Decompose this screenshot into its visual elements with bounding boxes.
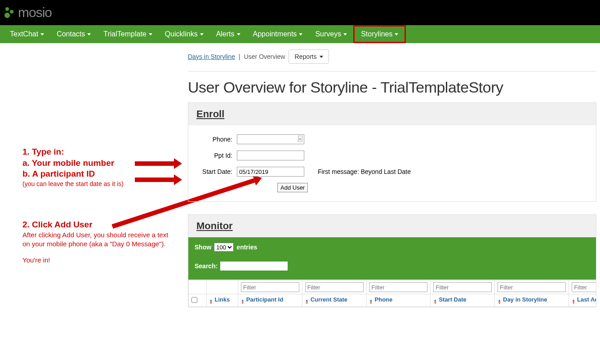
monitor-panel: Monitor Show 100 entries Search:: [188, 214, 596, 307]
nav-label: Alerts: [216, 30, 235, 38]
annotation-arrow-icon: [135, 158, 182, 169]
filter-input-last-activity[interactable]: [572, 282, 596, 292]
header-participant-id[interactable]: ▲▼Participant Id: [238, 294, 302, 307]
ppt-id-label: Ppt Id:: [196, 152, 232, 159]
header-day-in-storyline[interactable]: ▲▼Day in Storyline: [495, 294, 569, 307]
add-user-button[interactable]: Add User: [277, 183, 308, 192]
entries-select[interactable]: 100: [214, 243, 234, 252]
filter-input-start-date[interactable]: [433, 282, 492, 292]
chevron-down-icon: [200, 33, 204, 36]
monitor-panel-header: Monitor: [188, 215, 596, 237]
header-start-date[interactable]: ▲▼Start Date: [431, 294, 495, 307]
select-all-checkbox[interactable]: [191, 297, 197, 303]
start-date-input[interactable]: [237, 167, 304, 177]
nav-appointments[interactable]: Appointments: [247, 25, 309, 43]
header-row: ▲▼Links ▲▼Participant Id ▲▼Current State…: [189, 294, 596, 307]
chevron-down-icon: [87, 33, 91, 36]
header-links[interactable]: ▲▼Links: [206, 294, 238, 307]
breadcrumb-current: User Overview: [244, 53, 285, 60]
brand-name: mosio: [18, 5, 52, 20]
chevron-down-icon: [343, 33, 347, 36]
filter-input-phone[interactable]: [369, 282, 428, 292]
nav-label: Surveys: [315, 30, 341, 38]
nav-label: Contacts: [57, 30, 85, 38]
annotation-step2-body2: You're in!: [22, 256, 171, 265]
entries-label: entries: [236, 244, 257, 251]
breadcrumb-link[interactable]: Days in Storyline: [188, 53, 235, 60]
brand-logo: mosio: [4, 5, 52, 20]
nav-label: TrialTemplate: [103, 30, 146, 38]
chevron-down-icon: [40, 33, 44, 36]
ppt-id-input[interactable]: [237, 151, 304, 160]
monitor-table-wrap: ▲▼Links ▲▼Participant Id ▲▼Current State…: [188, 280, 596, 307]
nav-quicklinks[interactable]: Quicklinks: [159, 25, 210, 43]
show-label: Show: [195, 244, 211, 251]
breadcrumb-separator: |: [239, 53, 240, 60]
first-message-text: First message: Beyond Last Date: [318, 168, 411, 175]
enroll-panel: Enroll Phone: ≡ Ppt Id: Start Date:: [188, 102, 596, 202]
header-checkbox[interactable]: [189, 294, 207, 307]
chevron-down-icon: [149, 33, 152, 36]
page-title: User Overview for Storyline - TrialTempl…: [184, 79, 600, 102]
monitor-controls: Show 100 entries Search:: [188, 237, 596, 280]
filter-input-day-in-storyline[interactable]: [498, 282, 566, 292]
annotation-overlay: 1. Type in: a. Your mobile number b. A p…: [0, 43, 184, 52]
monitor-heading: Monitor: [196, 220, 588, 232]
annotation-step1-title: 1. Type in:: [22, 146, 166, 158]
header-current-state[interactable]: ▲▼Current State: [302, 294, 366, 307]
breadcrumb-row: Days in Storyline | User Overview Report…: [184, 49, 600, 68]
monitor-table: ▲▼Links ▲▼Participant Id ▲▼Current State…: [188, 280, 596, 307]
reports-dropdown-button[interactable]: Reports: [289, 49, 329, 64]
nav-contacts[interactable]: Contacts: [50, 25, 97, 43]
chevron-down-icon: [395, 33, 398, 36]
search-label: Search:: [195, 262, 218, 270]
main-nav: TextChat Contacts TrialTemplate Quicklin…: [0, 25, 600, 43]
top-bar: mosio: [0, 0, 600, 25]
divider: [188, 71, 596, 71]
annotation-arrow-icon: [135, 174, 182, 185]
nav-label: TextChat: [10, 30, 38, 38]
chevron-down-icon: [320, 56, 323, 58]
header-phone[interactable]: ▲▼Phone: [366, 294, 431, 307]
start-date-label: Start Date:: [196, 168, 232, 175]
chevron-down-icon: [299, 33, 302, 36]
filter-row: [189, 280, 596, 294]
chevron-down-icon: [237, 33, 240, 36]
search-input[interactable]: [220, 262, 288, 271]
filter-cell-links: [206, 280, 238, 294]
enroll-heading: Enroll: [196, 108, 588, 120]
nav-label: Storylines: [361, 30, 392, 38]
nav-label: Quicklinks: [165, 30, 198, 38]
enroll-panel-header: Enroll: [188, 103, 596, 125]
filter-cell-checkbox: [189, 280, 207, 294]
page-body: Days in Storyline | User Overview Report…: [184, 43, 600, 307]
filter-input-current-state[interactable]: [305, 282, 364, 292]
reports-label: Reports: [294, 53, 316, 60]
annotation-step2-title: 2. Click Add User: [22, 219, 171, 231]
phone-label: Phone:: [196, 136, 232, 143]
nav-storylines[interactable]: Storylines: [353, 25, 406, 43]
nav-label: Appointments: [253, 30, 297, 38]
nav-trialtemplate[interactable]: TrialTemplate: [97, 25, 158, 43]
nav-textchat[interactable]: TextChat: [4, 25, 50, 43]
filter-input-participant-id[interactable]: [241, 282, 299, 292]
nav-alerts[interactable]: Alerts: [210, 25, 247, 43]
autofill-icon: ≡: [298, 136, 302, 142]
annotation-step2-body1: After clicking Add User, you should rece…: [22, 231, 171, 249]
nav-surveys[interactable]: Surveys: [309, 25, 353, 43]
header-last-activity-date[interactable]: ▲▼Last Activity Date: [569, 294, 596, 307]
brand-logo-icon: [4, 6, 16, 19]
phone-input[interactable]: [237, 134, 304, 144]
